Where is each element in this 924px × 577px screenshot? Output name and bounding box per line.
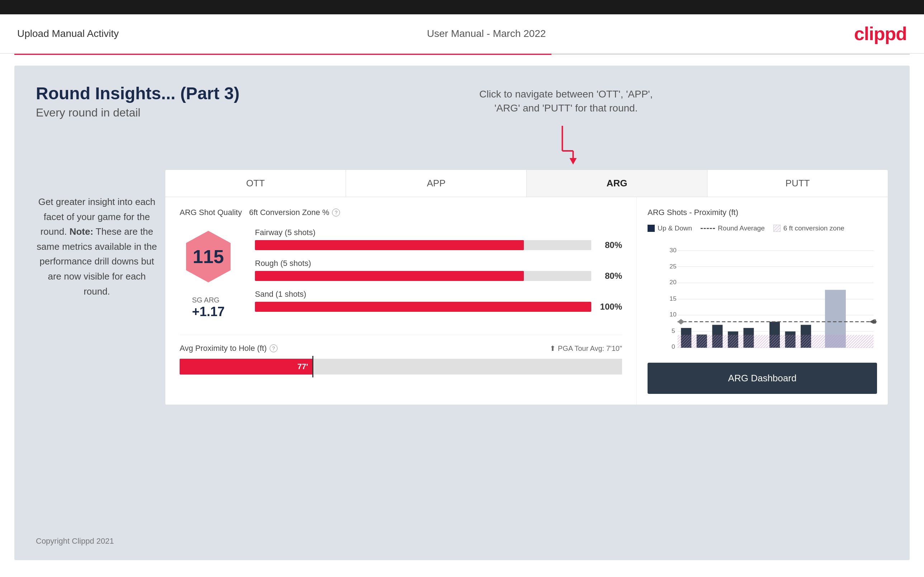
page-subtitle: Every round in detail — [36, 106, 888, 119]
bar-fill-sand — [255, 302, 591, 312]
legend-round-avg: Round Average — [701, 224, 765, 232]
bar-outer-rough — [255, 271, 591, 281]
tab-ott[interactable]: OTT — [165, 170, 346, 197]
bar-outer-fairway — [255, 240, 591, 250]
panel-header: ARG Shot Quality 6ft Conversion Zone % ? — [179, 208, 622, 217]
left-desc-note-label: Note: — [69, 226, 93, 237]
round-avg-marker — [678, 319, 685, 324]
sg-arg-value: +1.17 — [192, 304, 225, 319]
left-description: Get greater insight into each facet of y… — [36, 195, 158, 299]
help-icon[interactable]: ? — [332, 209, 340, 216]
chart-title: ARG Shots - Proximity (ft) — [648, 208, 738, 217]
sg-arg-label: SG ARG — [192, 296, 225, 304]
tab-putt[interactable]: PUTT — [708, 170, 888, 197]
tab-arg[interactable]: ARG — [527, 170, 708, 197]
arg-dashboard-button[interactable]: ARG Dashboard — [648, 363, 877, 394]
bar-label-rough: Rough (5 shots) — [255, 259, 622, 268]
svg-text:5: 5 — [672, 327, 675, 334]
header: Upload Manual Activity User Manual - Mar… — [0, 15, 924, 54]
bar-label-sand: Sand (1 shots) — [255, 290, 622, 299]
proximity-bar: 77' — [179, 359, 622, 374]
svg-text:0: 0 — [672, 343, 675, 350]
legend-dashed-icon — [701, 228, 715, 229]
conversion-zone — [678, 335, 874, 348]
page-title: Round Insights... (Part 3) — [36, 84, 888, 103]
logo: clippd — [854, 23, 907, 44]
nav-hint: Click to navigate between 'OTT', 'APP','… — [480, 87, 653, 165]
proximity-label: Avg Proximity to Hole (ft) ? — [179, 344, 278, 353]
header-center: User Manual - March 2022 — [427, 28, 546, 39]
nav-hint-text: Click to navigate between 'OTT', 'APP','… — [480, 87, 653, 115]
bar-fill-fairway — [255, 240, 524, 250]
main-content: Round Insights... (Part 3) Every round i… — [15, 66, 909, 560]
bar-pct-fairway: 80% — [597, 240, 622, 250]
nav-arrow-icon — [552, 122, 580, 165]
svg-text:30: 30 — [669, 247, 676, 254]
hexagon-score: 115 — [183, 228, 233, 285]
right-panel: ARG Shots - Proximity (ft) Up & Down Rou… — [637, 197, 888, 405]
hexagon-container: 115 SG ARG +1.17 — [179, 228, 237, 319]
svg-text:15: 15 — [669, 295, 676, 302]
svg-text:25: 25 — [669, 263, 676, 270]
proximity-value: 77' — [297, 362, 308, 371]
legend-hatch-icon — [774, 225, 780, 232]
proximity-cursor — [312, 356, 313, 377]
arg-chart: 0 5 10 15 20 25 30 — [662, 239, 877, 354]
hexagon-number: 115 — [193, 246, 224, 268]
sg-section: SG ARG +1.17 — [192, 296, 225, 319]
card-body: ARG Shot Quality 6ft Conversion Zone % ? — [165, 197, 888, 405]
bar-fill-rough — [255, 271, 524, 281]
tabs: OTT APP ARG PUTT — [165, 170, 888, 197]
proximity-bar-fill: 77' — [179, 359, 312, 374]
proximity-pga-avg: ⬆ PGA Tour Avg: 7'10" — [550, 344, 622, 353]
bar-label-fairway: Fairway (5 shots) — [255, 228, 622, 237]
svg-marker-3 — [570, 158, 577, 164]
footer: Copyright Clippd 2021 — [36, 537, 114, 546]
legend-up-down: Up & Down — [648, 224, 692, 232]
score-section: 115 SG ARG +1.17 Fairway (5 shots) — [179, 228, 622, 321]
header-divider — [15, 54, 909, 55]
proximity-header: Avg Proximity to Hole (ft) ? ⬆ PGA Tour … — [179, 344, 622, 353]
top-bar — [0, 0, 924, 15]
copyright: Copyright Clippd 2021 — [36, 537, 114, 545]
bar-pct-sand: 100% — [597, 302, 622, 312]
svg-text:10: 10 — [669, 311, 676, 318]
chart-area: 0 5 10 15 20 25 30 — [662, 239, 877, 356]
chart-header: ARG Shots - Proximity (ft) Up & Down Rou… — [648, 208, 877, 232]
legend-conversion-zone: 6 ft conversion zone — [774, 224, 845, 232]
proximity-section: Avg Proximity to Hole (ft) ? ⬆ PGA Tour … — [179, 335, 622, 374]
bar-row-rough: Rough (5 shots) 80% — [255, 259, 622, 281]
conversion-zone-label: 6ft Conversion Zone % ? — [249, 208, 340, 217]
legend-conversion-label: 6 ft conversion zone — [783, 224, 845, 232]
bar-outer-sand — [255, 302, 591, 312]
header-left: Upload Manual Activity — [17, 28, 119, 39]
arg-shot-quality-label: ARG Shot Quality — [179, 208, 242, 217]
bar-row-sand: Sand (1 shots) 100% — [255, 290, 622, 312]
legend-round-avg-label: Round Average — [718, 224, 765, 232]
arrow-container — [480, 122, 653, 165]
bar-row-fairway: Fairway (5 shots) 80% — [255, 228, 622, 250]
manual-label: User Manual - March 2022 — [427, 28, 546, 39]
svg-text:20: 20 — [669, 279, 676, 285]
main-card: OTT APP ARG PUTT ARG Shot Quality 6ft Co… — [165, 169, 888, 405]
tab-app[interactable]: APP — [346, 170, 527, 197]
bar-pct-rough: 80% — [597, 271, 622, 281]
proximity-help-icon[interactable]: ? — [270, 345, 278, 352]
legend-square-icon — [648, 225, 655, 232]
legend-up-down-label: Up & Down — [657, 224, 692, 232]
legend-items: Up & Down Round Average 6 ft conversion … — [648, 224, 845, 232]
left-panel: ARG Shot Quality 6ft Conversion Zone % ? — [165, 197, 637, 405]
bars-section: Fairway (5 shots) 80% Rough (5 shots) — [255, 228, 622, 321]
upload-label[interactable]: Upload Manual Activity — [17, 28, 119, 39]
